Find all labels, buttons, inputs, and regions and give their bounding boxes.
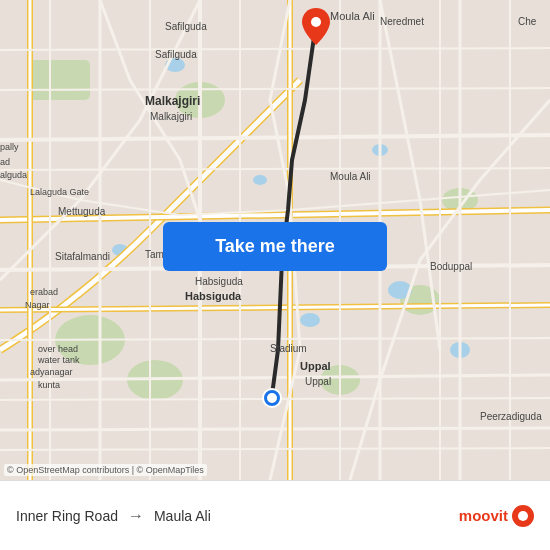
svg-text:kunta: kunta — [38, 380, 60, 390]
map-attribution: © OpenStreetMap contributors | © OpenMap… — [4, 464, 207, 476]
svg-rect-5 — [30, 60, 90, 100]
svg-text:Mettuguda: Mettuguda — [58, 206, 106, 217]
moovit-icon-inner — [518, 511, 528, 521]
svg-point-73 — [267, 393, 277, 403]
svg-text:pally: pally — [0, 142, 19, 152]
svg-text:adyanagar: adyanagar — [30, 367, 73, 377]
svg-text:Lalaguda Gate: Lalaguda Gate — [30, 187, 89, 197]
direction-arrow: → — [128, 507, 144, 525]
svg-text:Peerzadiguda: Peerzadiguda — [480, 411, 542, 422]
destination-label: Maula Ali — [154, 508, 211, 524]
take-me-there-button[interactable]: Take me there — [163, 222, 387, 271]
svg-text:Malkajgiri: Malkajgiri — [150, 111, 192, 122]
svg-text:Moula Ali: Moula Ali — [330, 10, 375, 22]
svg-text:Safilguda: Safilguda — [165, 21, 207, 32]
svg-point-12 — [300, 313, 320, 327]
svg-text:Boduppal: Boduppal — [430, 261, 472, 272]
moovit-brand-icon — [512, 505, 534, 527]
svg-text:Uppal: Uppal — [300, 360, 331, 372]
svg-text:Habsiguda: Habsiguda — [185, 290, 242, 302]
svg-point-13 — [253, 175, 267, 185]
svg-text:Stadium: Stadium — [270, 343, 307, 354]
svg-text:Moula Ali: Moula Ali — [330, 171, 371, 182]
svg-text:Neredmet: Neredmet — [380, 16, 424, 27]
map-container: Safilguda Safilguda Malkajgiri Malkajgir… — [0, 0, 550, 480]
svg-text:over head: over head — [38, 344, 78, 354]
moovit-logo: moovit — [459, 505, 534, 527]
origin-label: Inner Ring Road — [16, 508, 118, 524]
svg-point-71 — [311, 17, 321, 27]
svg-text:Habsiguda: Habsiguda — [195, 276, 243, 287]
svg-text:Nagar: Nagar — [25, 300, 50, 310]
svg-text:Uppal: Uppal — [305, 376, 331, 387]
svg-text:alguda: alguda — [0, 170, 27, 180]
svg-text:Che: Che — [518, 16, 537, 27]
svg-text:erabad: erabad — [30, 287, 58, 297]
svg-line-24 — [0, 428, 550, 430]
svg-text:ad: ad — [0, 157, 10, 167]
bottom-bar: Inner Ring Road → Maula Ali moovit — [0, 480, 550, 550]
svg-text:Safilguda: Safilguda — [155, 49, 197, 60]
moovit-brand-text: moovit — [459, 507, 508, 524]
svg-text:Sitafalmandi: Sitafalmandi — [55, 251, 110, 262]
svg-text:water tank: water tank — [37, 355, 80, 365]
svg-text:Malkajgiri: Malkajgiri — [145, 94, 200, 108]
